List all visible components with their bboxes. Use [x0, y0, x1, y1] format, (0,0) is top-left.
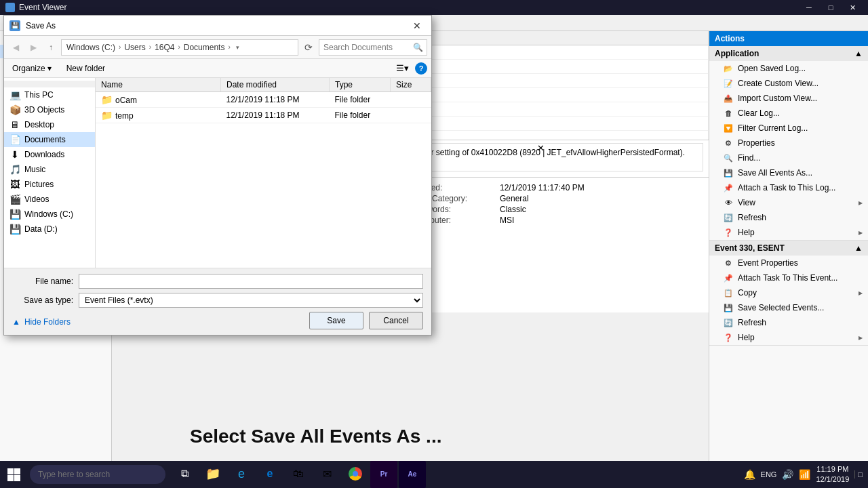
action-item-save-selected-events[interactable]: 💾Save Selected Events... [709, 300, 868, 315]
taskbar-store[interactable]: 🛍 [285, 461, 312, 488]
cancel-button[interactable]: Cancel [369, 312, 423, 329]
forward-button[interactable]: ▶ [26, 40, 41, 55]
dialog-close-button[interactable]: ✕ [408, 18, 426, 33]
up-button[interactable]: ↑ [43, 40, 58, 55]
taskbar-network[interactable]: 📶 [799, 469, 810, 480]
file-row[interactable]: 📁oCam12/1/2019 11:18 PMFile folder [96, 92, 431, 108]
file-row[interactable]: 📁temp12/1/2019 11:18 PMFile folder [96, 108, 431, 123]
action-icon-help: ❓ [723, 227, 734, 238]
breadcrumb-windows-c[interactable]: Windows (C:) [64, 42, 117, 53]
dialog-title: Save As [26, 21, 408, 30]
detail-close-button[interactable]: ✕ [537, 143, 545, 153]
search-input[interactable] [319, 39, 427, 56]
col-date[interactable]: Date modified [221, 78, 330, 92]
taskbar-premiere[interactable]: Pr [370, 461, 397, 488]
taskbar-clock[interactable]: 11:19 PM 12/1/2019 [816, 464, 849, 485]
nav-item-pictures[interactable]: 🖼Pictures [4, 177, 95, 192]
col-name[interactable]: Name [96, 78, 221, 92]
nav-item-music[interactable]: 🎵Music [4, 162, 95, 177]
action-item-refresh[interactable]: 🔄Refresh [709, 210, 868, 225]
action-icon-refresh2: 🔄 [723, 317, 734, 328]
taskbar-task-view[interactable]: ⧉ [171, 461, 198, 488]
organize-button[interactable]: Organize ▾ [8, 62, 56, 75]
action-icon-refresh: 🔄 [723, 212, 734, 223]
nav-item-3d-objects[interactable]: 📦3D Objects [4, 102, 95, 117]
nav-item-desktop[interactable]: 🖥Desktop [4, 117, 95, 132]
nav-item-data-d[interactable]: 💾Data (D:) [4, 222, 95, 237]
taskbar-chrome[interactable] [342, 461, 369, 488]
value-keywords: Classic [500, 205, 703, 214]
folder-icon: 📁 [101, 110, 113, 121]
dialog-body: 💻This PC📦3D Objects🖥Desktop📄Documents⬇Do… [4, 78, 431, 268]
save-button[interactable]: Save [309, 312, 363, 329]
event330-section-header[interactable]: Event 330, ESENT ▲ [709, 241, 868, 256]
taskbar-ae[interactable]: Ae [399, 461, 426, 488]
help-button[interactable]: ? [415, 62, 427, 75]
hide-folders-toggle[interactable]: ▲ Hide Folders [12, 314, 71, 329]
nav-item-documents[interactable]: 📄Documents [4, 132, 95, 147]
application-section-header[interactable]: Application ▲ [709, 46, 868, 61]
action-item-event-properties[interactable]: ⚙Event Properties [709, 256, 868, 270]
action-item-help[interactable]: ❓Help [709, 225, 868, 240]
application-actions-list: 📂Open Saved Log...📝Create Custom View...… [709, 61, 868, 240]
savetype-select[interactable]: Event Files (*.evtx) [79, 293, 423, 308]
new-folder-button[interactable]: New folder [61, 62, 111, 75]
action-item-attach-task-event[interactable]: 📌Attach Task To This Event... [709, 270, 868, 285]
taskbar-search-input[interactable] [30, 465, 165, 484]
taskbar: ⧉ 📁 e e 🛍 ✉ Pr Ae 🔔 ENG 🔊 📶 11:19 PM 12/… [0, 461, 868, 488]
filename-input[interactable] [79, 274, 423, 289]
taskbar-show-desktop[interactable]: □ [854, 470, 863, 479]
minimize-button[interactable]: ─ [799, 1, 819, 14]
taskbar-file-explorer[interactable]: 📁 [199, 461, 226, 488]
action-item-properties[interactable]: ⚙Properties [709, 136, 868, 150]
taskbar-notifications[interactable]: 🔔 [744, 469, 755, 480]
start-button[interactable] [0, 461, 27, 488]
nav-item-windows-c[interactable]: 💾Windows (C:) [4, 207, 95, 222]
nav-icon-videos: 🎬 [9, 194, 20, 205]
breadcrumb-documents[interactable]: Documents [182, 42, 227, 53]
action-item-attach-task-to-log[interactable]: 📌Attach a Task to This Log... [709, 180, 868, 195]
overlay-instruction-text: Select Save All Events As ... [190, 426, 441, 447]
action-item-open-saved-log[interactable]: 📂Open Saved Log... [709, 61, 868, 76]
action-label-attach-task-event: Attach Task To This Event... [738, 273, 837, 283]
action-item-copy[interactable]: 📋Copy [709, 285, 868, 300]
taskbar-volume[interactable]: 🔊 [782, 469, 793, 480]
action-icon-view: 👁 [723, 197, 734, 208]
dialog-buttons: ▲ Hide Folders Save Cancel [12, 312, 423, 329]
taskbar-mail[interactable]: ✉ [313, 461, 340, 488]
view-options-button[interactable]: ☰▾ [395, 61, 410, 76]
col-type[interactable]: Type [330, 78, 391, 92]
value-logged: 12/1/2019 11:17:40 PM [500, 183, 703, 192]
breadcrumb-16q4[interactable]: 16Q4 [153, 42, 176, 53]
actions-panel: Actions Application ▲ 📂Open Saved Log...… [709, 31, 868, 468]
action-item-help2[interactable]: ❓Help [709, 330, 868, 345]
taskbar-language[interactable]: ENG [761, 470, 777, 479]
action-item-clear-log[interactable]: 🗑Clear Log... [709, 106, 868, 121]
address-refresh-button[interactable]: ⟳ [301, 40, 316, 55]
action-item-save-all-events-as[interactable]: 💾Save All Events As... [709, 165, 868, 180]
maximize-button[interactable]: □ [821, 1, 841, 14]
action-item-refresh2[interactable]: 🔄Refresh [709, 315, 868, 330]
action-item-view[interactable]: 👁View [709, 195, 868, 210]
col-size[interactable]: Size [391, 78, 431, 92]
close-button[interactable]: ✕ [842, 1, 863, 14]
breadcrumb-users[interactable]: Users [122, 42, 147, 53]
nav-item-downloads[interactable]: ⬇Downloads [4, 147, 95, 162]
dialog-leftnav: 💻This PC📦3D Objects🖥Desktop📄Documents⬇Do… [4, 78, 96, 268]
action-icon-create-custom-view: 📝 [723, 78, 734, 89]
taskbar-edge[interactable]: e [256, 461, 283, 488]
nav-item-this-pc[interactable]: 💻This PC [4, 87, 95, 102]
search-icon: 🔍 [413, 43, 423, 52]
action-item-import-custom-view[interactable]: 📤Import Custom View... [709, 91, 868, 106]
action-item-create-custom-view[interactable]: 📝Create Custom View... [709, 76, 868, 91]
action-label-attach-task-to-log: Attach a Task to This Log... [738, 183, 835, 192]
dialog-bottom: File name: Save as type: Event Files (*.… [4, 268, 431, 335]
nav-item-videos[interactable]: 🎬Videos [4, 192, 95, 207]
action-icon-save-all-events-as: 💾 [723, 167, 734, 178]
nav-label-documents: Documents [24, 135, 66, 144]
action-item-filter-current-log[interactable]: 🔽Filter Current Log... [709, 121, 868, 136]
path-dropdown-button[interactable]: ▾ [232, 40, 244, 55]
taskbar-ie[interactable]: e [228, 461, 255, 488]
action-item-find[interactable]: 🔍Find... [709, 150, 868, 165]
back-button[interactable]: ◀ [8, 40, 23, 55]
